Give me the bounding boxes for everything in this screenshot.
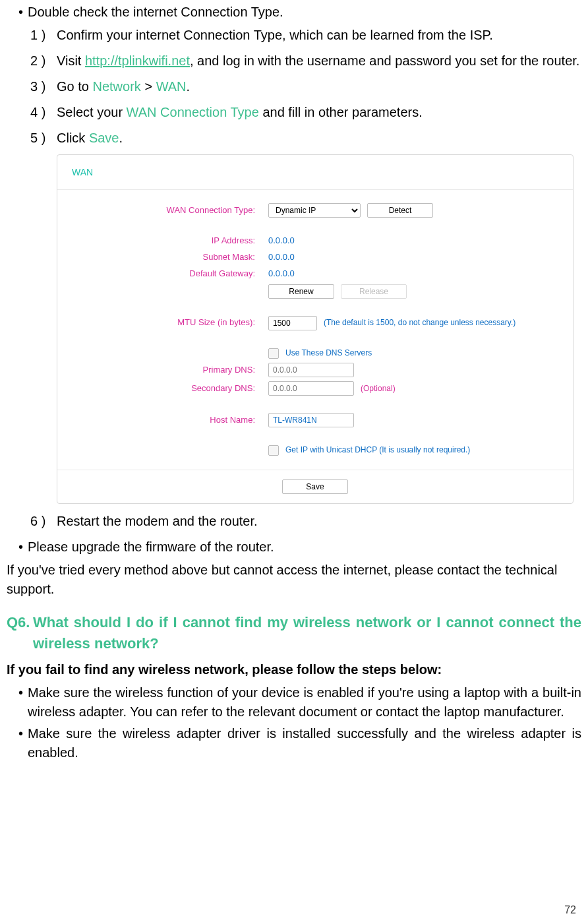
step-3-pre: Go to <box>57 79 92 94</box>
secondary-dns-input[interactable] <box>268 381 354 396</box>
q6-bullet-1: Make sure the wireless function of your … <box>18 683 581 722</box>
step-2-num: 2 ) <box>30 51 51 71</box>
step-6: 6 ) Restart the modem and the router. <box>30 512 581 531</box>
secondary-dns-label: Secondary DNS: <box>71 383 268 395</box>
step-1-text: Confirm your internet Connection Type, w… <box>57 28 493 42</box>
step-3-num: 3 ) <box>30 77 51 96</box>
step-5: 5 ) Click Save. <box>30 129 581 148</box>
save-button[interactable]: Save <box>282 479 348 494</box>
step-5-pre: Click <box>57 131 89 145</box>
wan-panel-footer: Save <box>57 470 573 503</box>
mtu-hint: (The default is 1500, do not change unle… <box>324 317 515 328</box>
step-2: 2 ) Visit http://tplinkwifi.net, and log… <box>30 51 581 71</box>
step-3: 3 ) Go to Network > WAN. <box>30 77 581 96</box>
step-6-num: 6 ) <box>30 512 51 531</box>
ip-address-label: IP Address: <box>71 235 268 247</box>
step-6-text: Restart the modem and the router. <box>57 514 258 528</box>
host-name-label: Host Name: <box>71 414 268 427</box>
default-gateway-label: Default Gateway: <box>71 268 268 280</box>
q6-title: What should I do if I cannot find my wir… <box>33 614 581 652</box>
q6-heading: Q6.What should I do if I cannot find my … <box>7 612 581 654</box>
step-3-post: . <box>187 79 191 94</box>
host-name-input[interactable] <box>268 413 354 427</box>
detect-button[interactable]: Detect <box>367 203 433 218</box>
save-action-label: Save <box>89 131 119 145</box>
wan-panel-title: WAN <box>57 155 573 190</box>
use-dns-checkbox[interactable] <box>268 348 279 359</box>
nav-wan-label: WAN <box>156 79 187 94</box>
step-4-num: 4 ) <box>30 103 51 122</box>
q6-number: Q6. <box>7 612 33 633</box>
step-1-num: 1 ) <box>30 26 51 45</box>
step-2-post: , and log in with the username and passw… <box>190 53 579 68</box>
default-gateway-value: 0.0.0.0 <box>268 268 295 280</box>
step-4-pre: Select your <box>57 105 127 119</box>
mtu-size-input[interactable] <box>268 316 317 330</box>
tplink-url-link[interactable]: http://tplinkwifi.net <box>85 53 190 68</box>
step-3-mid: > <box>141 79 156 94</box>
renew-button[interactable]: Renew <box>268 284 334 299</box>
contact-support-note: If you've tried every method above but c… <box>7 561 581 599</box>
q6-bullet-2: Make sure the wireless adapter driver is… <box>18 724 581 762</box>
wan-settings-panel: WAN WAN Connection Type: Dynamic IP Dete… <box>57 154 573 504</box>
wan-conn-type-field-label: WAN Connection Type: <box>71 204 268 217</box>
unicast-dhcp-label: Get IP with Unicast DHCP (It is usually … <box>285 445 470 456</box>
nav-network-label: Network <box>92 79 140 94</box>
subnet-mask-label: Subnet Mask: <box>71 251 268 264</box>
mtu-size-label: MTU Size (in bytes): <box>71 317 268 329</box>
step-4-post: and fill in other parameters. <box>259 105 423 119</box>
step-5-num: 5 ) <box>30 129 51 148</box>
step-1: 1 ) Confirm your internet Connection Typ… <box>30 26 581 45</box>
step-5-post: . <box>119 131 123 145</box>
primary-dns-label: Primary DNS: <box>71 364 268 377</box>
primary-dns-input[interactable] <box>268 363 354 377</box>
page-number: 72 <box>564 902 576 917</box>
q6-subheading: If you fail to find any wireless network… <box>7 660 581 679</box>
step-4: 4 ) Select your WAN Connection Type and … <box>30 103 581 122</box>
release-button[interactable]: Release <box>341 284 407 299</box>
wan-conn-type-select[interactable]: Dynamic IP <box>268 203 361 218</box>
subnet-mask-value: 0.0.0.0 <box>268 251 295 264</box>
bullet-intro: Double check the internet Connection Typ… <box>18 3 581 22</box>
ip-address-value: 0.0.0.0 <box>268 235 295 247</box>
step-2-pre: Visit <box>57 53 85 68</box>
wan-conn-type-label: WAN Connection Type <box>127 105 259 119</box>
use-dns-label: Use These DNS Servers <box>285 348 372 359</box>
optional-label: (Optional) <box>361 383 396 394</box>
wan-panel-body: WAN Connection Type: Dynamic IP Detect I… <box>57 190 573 470</box>
unicast-dhcp-checkbox[interactable] <box>268 445 279 456</box>
bullet-upgrade: Please upgrade the firmware of the route… <box>18 538 581 557</box>
